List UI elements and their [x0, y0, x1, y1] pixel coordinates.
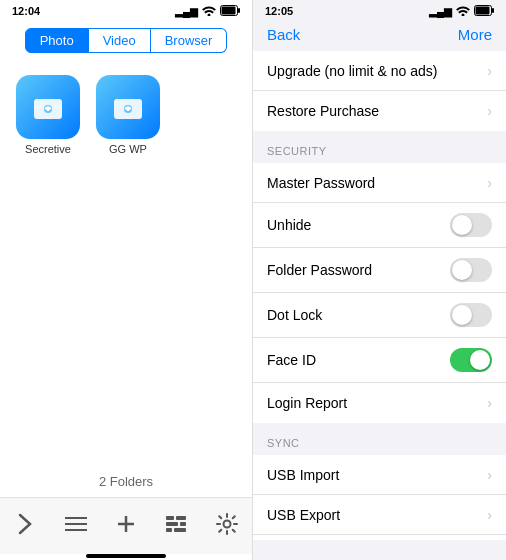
- login-report-chevron-icon: ›: [487, 395, 492, 411]
- face-id-row[interactable]: Face ID: [253, 338, 506, 383]
- upgrade-chevron-icon: ›: [487, 63, 492, 79]
- svg-rect-16: [166, 516, 174, 520]
- left-panel: 12:04 ▂▄▆ Photo Video Browser: [0, 0, 253, 560]
- right-nav-bar: Back More: [253, 22, 506, 51]
- right-time: 12:05: [265, 5, 293, 17]
- home-indicator-left: [86, 554, 166, 558]
- tab-photo[interactable]: Photo: [25, 28, 89, 53]
- sync-header: SYNC: [253, 423, 506, 455]
- security-section: SECURITY Master Password › Unhide Folder…: [253, 131, 506, 423]
- bottom-toolbar: [0, 497, 252, 554]
- right-battery-icon: [474, 5, 494, 18]
- folder-icon-ggwp: [96, 75, 160, 139]
- folder-password-toggle[interactable]: [450, 258, 492, 282]
- dot-lock-row[interactable]: Dot Lock: [253, 293, 506, 338]
- tab-video[interactable]: Video: [89, 28, 151, 53]
- folder-item-2[interactable]: GG WP: [96, 75, 160, 462]
- login-report-row[interactable]: Login Report ›: [253, 383, 506, 423]
- svg-point-6: [46, 107, 50, 111]
- svg-rect-20: [166, 528, 172, 532]
- master-password-row[interactable]: Master Password ›: [253, 163, 506, 203]
- login-report-row-right: ›: [487, 395, 492, 411]
- usb-export-row[interactable]: USB Export ›: [253, 495, 506, 535]
- top-settings-group: Upgrade (no limit & no ads) › Restore Pu…: [253, 51, 506, 131]
- login-report-label: Login Report: [267, 395, 347, 411]
- segment-control: Photo Video Browser: [0, 22, 252, 59]
- usb-import-row[interactable]: USB Import ›: [253, 455, 506, 495]
- chevron-right-icon[interactable]: [7, 506, 43, 542]
- usb-export-label: USB Export: [267, 507, 340, 523]
- right-wifi-icon: [456, 5, 470, 18]
- settings-list: Upgrade (no limit & no ads) › Restore Pu…: [253, 51, 506, 540]
- folder-password-label: Folder Password: [267, 262, 372, 278]
- security-header: SECURITY: [253, 131, 506, 163]
- restore-row-right: ›: [487, 103, 492, 119]
- folder-grid: Secretive GG WP: [0, 59, 252, 470]
- folder-label-ggwp: GG WP: [109, 143, 147, 155]
- master-password-row-right: ›: [487, 175, 492, 191]
- settings-icon[interactable]: [209, 506, 245, 542]
- master-password-chevron-icon: ›: [487, 175, 492, 191]
- svg-rect-19: [180, 522, 186, 526]
- unhide-label: Unhide: [267, 217, 311, 233]
- svg-rect-17: [176, 516, 186, 520]
- tab-browser[interactable]: Browser: [151, 28, 228, 53]
- usb-import-row-right: ›: [487, 467, 492, 483]
- svg-point-10: [126, 107, 130, 111]
- upgrade-label: Upgrade (no limit & no ads): [267, 63, 437, 79]
- svg-rect-21: [174, 528, 186, 532]
- restore-row[interactable]: Restore Purchase ›: [253, 91, 506, 131]
- dot-lock-toggle[interactable]: [450, 303, 492, 327]
- master-password-label: Master Password: [267, 175, 375, 191]
- folders-count: 2 Folders: [0, 470, 252, 497]
- usb-export-row-right: ›: [487, 507, 492, 523]
- svg-rect-1: [238, 8, 240, 13]
- svg-rect-24: [492, 8, 494, 13]
- right-signal-icon: ▂▄▆: [429, 6, 452, 17]
- left-time: 12:04: [12, 5, 40, 17]
- right-panel: 12:05 ▂▄▆ Back More Upgrade (no limit & …: [253, 0, 506, 560]
- folder-label-secretive: Secretive: [25, 143, 71, 155]
- face-id-label: Face ID: [267, 352, 316, 368]
- usb-export-chevron-icon: ›: [487, 507, 492, 523]
- right-status-icons: ▂▄▆: [429, 5, 494, 18]
- dot-lock-label: Dot Lock: [267, 307, 322, 323]
- usb-import-chevron-icon: ›: [487, 467, 492, 483]
- unhide-row[interactable]: Unhide: [253, 203, 506, 248]
- security-settings-group: Master Password › Unhide Folder Password…: [253, 163, 506, 423]
- signal-icon: ▂▄▆: [175, 6, 198, 17]
- restore-label: Restore Purchase: [267, 103, 379, 119]
- sync-section: SYNC USB Import › USB Export › WiFi Tran…: [253, 423, 506, 540]
- left-status-bar: 12:04 ▂▄▆: [0, 0, 252, 22]
- more-button[interactable]: More: [458, 26, 492, 43]
- sync-settings-group: USB Import › USB Export › WiFi Transfer …: [253, 455, 506, 540]
- wifi-icon: [202, 5, 216, 18]
- folder-item[interactable]: Secretive: [16, 75, 80, 462]
- svg-rect-2: [222, 6, 236, 14]
- folder-password-row[interactable]: Folder Password: [253, 248, 506, 293]
- battery-icon: [220, 5, 240, 18]
- grid-icon[interactable]: [158, 506, 194, 542]
- back-button[interactable]: Back: [267, 26, 300, 43]
- face-id-toggle[interactable]: [450, 348, 492, 372]
- svg-rect-18: [166, 522, 178, 526]
- right-status-bar: 12:05 ▂▄▆: [253, 0, 506, 22]
- upgrade-row[interactable]: Upgrade (no limit & no ads) ›: [253, 51, 506, 91]
- upgrade-row-right: ›: [487, 63, 492, 79]
- add-icon[interactable]: [108, 506, 144, 542]
- right-bottom-area: [253, 540, 506, 560]
- unhide-toggle[interactable]: [450, 213, 492, 237]
- usb-import-label: USB Import: [267, 467, 339, 483]
- list-icon[interactable]: [58, 506, 94, 542]
- restore-chevron-icon: ›: [487, 103, 492, 119]
- svg-rect-25: [476, 6, 490, 14]
- folder-icon-secretive: [16, 75, 80, 139]
- svg-point-22: [223, 521, 230, 528]
- left-status-icons: ▂▄▆: [175, 5, 240, 18]
